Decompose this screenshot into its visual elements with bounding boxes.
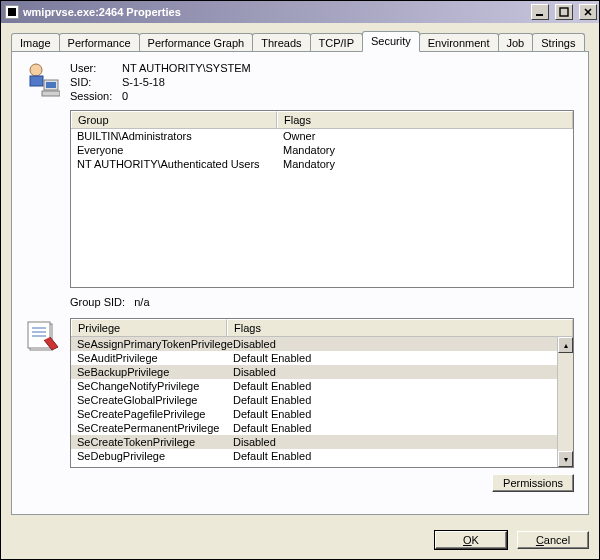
privilege-row[interactable]: SeDebugPrivilegeDefault Enabled xyxy=(71,449,573,463)
group-row[interactable]: EveryoneMandatory xyxy=(71,143,573,157)
tab-threads[interactable]: Threads xyxy=(252,33,310,51)
privilege-name: SeAuditPrivilege xyxy=(77,351,233,365)
priv-header-row: Privilege Flags xyxy=(71,319,573,337)
groups-header-row: Group Flags xyxy=(71,111,573,129)
privilege-name: SeChangeNotifyPrivilege xyxy=(77,379,233,393)
client-area: ImagePerformancePerformance GraphThreads… xyxy=(1,23,599,523)
privilege-row[interactable]: SeAuditPrivilegeDefault Enabled xyxy=(71,351,573,365)
user-label: User: xyxy=(70,62,122,74)
svg-rect-1 xyxy=(560,8,568,16)
tab-strings[interactable]: Strings xyxy=(532,33,584,51)
group-flags: Mandatory xyxy=(283,143,567,157)
privilege-flags: Default Enabled xyxy=(233,449,311,463)
sid-value: S-1-5-18 xyxy=(122,76,251,88)
titlebar[interactable]: wmiprvse.exe:2464 Properties xyxy=(1,1,599,23)
privilege-row[interactable]: SeCreatePermanentPrivilegeDefault Enable… xyxy=(71,421,573,435)
privilege-row[interactable]: SeAssignPrimaryTokenPrivilegeDisabled xyxy=(71,337,573,351)
privilege-flags: Disabled xyxy=(233,365,276,379)
privileges-section: Privilege Flags SeAssignPrimaryTokenPriv… xyxy=(26,318,574,468)
privilege-flags: Default Enabled xyxy=(233,407,311,421)
tab-job[interactable]: Job xyxy=(498,33,534,51)
dialog-buttons: OK Cancel xyxy=(1,523,599,559)
tab-image[interactable]: Image xyxy=(11,33,60,51)
app-icon xyxy=(5,5,19,19)
close-button[interactable] xyxy=(579,4,597,20)
user-value: NT AUTHORITY\SYSTEM xyxy=(122,62,251,74)
privilege-name: SeCreateGlobalPrivilege xyxy=(77,393,233,407)
privilege-name: SeDebugPrivilege xyxy=(77,449,233,463)
group-name: BUILTIN\Administrators xyxy=(77,129,283,143)
privilege-name: SeAssignPrimaryTokenPrivilege xyxy=(77,337,233,351)
priv-header-privilege[interactable]: Privilege xyxy=(71,319,227,336)
tab-strip: ImagePerformancePerformance GraphThreads… xyxy=(11,29,589,51)
tab-performance[interactable]: Performance xyxy=(59,33,140,51)
privilege-row[interactable]: SeBackupPrivilegeDisabled xyxy=(71,365,573,379)
tab-environment[interactable]: Environment xyxy=(419,33,499,51)
groups-body: BUILTIN\AdministratorsOwnerEveryoneManda… xyxy=(71,129,573,171)
svg-rect-0 xyxy=(536,14,543,16)
privilege-name: SeBackupPrivilege xyxy=(77,365,233,379)
privilege-name: SeCreateTokenPrivilege xyxy=(77,435,233,449)
maximize-button[interactable] xyxy=(555,4,573,20)
svg-rect-6 xyxy=(42,91,60,96)
group-name: NT AUTHORITY\Authenticated Users xyxy=(77,157,283,171)
privilege-flags: Default Enabled xyxy=(233,393,311,407)
group-row[interactable]: BUILTIN\AdministratorsOwner xyxy=(71,129,573,143)
minimize-button[interactable] xyxy=(531,4,549,20)
privilege-row[interactable]: SeCreateGlobalPrivilegeDefault Enabled xyxy=(71,393,573,407)
scroll-track[interactable] xyxy=(558,353,573,451)
privilege-flags: Disabled xyxy=(233,337,276,351)
tab-performance-graph[interactable]: Performance Graph xyxy=(139,33,254,51)
privilege-flags: Disabled xyxy=(233,435,276,449)
priv-header-flags[interactable]: Flags xyxy=(227,319,573,336)
scroll-up-arrow[interactable]: ▴ xyxy=(558,337,573,353)
priv-scrollbar[interactable]: ▴ ▾ xyxy=(557,337,573,467)
privileges-icon xyxy=(26,320,60,356)
svg-point-2 xyxy=(30,64,42,76)
properties-window: wmiprvse.exe:2464 Properties ImagePerfor… xyxy=(0,0,600,560)
privilege-row[interactable]: SeCreateTokenPrivilegeDisabled xyxy=(71,435,573,449)
ok-button[interactable]: OK xyxy=(435,531,507,549)
groups-header-group[interactable]: Group xyxy=(71,111,277,128)
privilege-name: SeCreatePermanentPrivilege xyxy=(77,421,233,435)
privilege-flags: Default Enabled xyxy=(233,421,311,435)
privilege-flags: Default Enabled xyxy=(233,351,311,365)
sid-label: SID: xyxy=(70,76,122,88)
privilege-name: SeCreatePagefilePrivilege xyxy=(77,407,233,421)
group-flags: Owner xyxy=(283,129,567,143)
privilege-flags: Default Enabled xyxy=(233,379,311,393)
permissions-button[interactable]: Permissions xyxy=(492,474,574,492)
tab-panel-security: User: NT AUTHORITY\SYSTEM SID: S-1-5-18 … xyxy=(11,51,589,515)
groups-header-flags[interactable]: Flags xyxy=(277,111,573,128)
tab-security[interactable]: Security xyxy=(362,31,420,52)
cancel-button[interactable]: Cancel xyxy=(517,531,589,549)
group-row[interactable]: NT AUTHORITY\Authenticated UsersMandator… xyxy=(71,157,573,171)
group-sid-label: Group SID: xyxy=(70,296,125,308)
group-flags: Mandatory xyxy=(283,157,567,171)
privileges-table[interactable]: Privilege Flags SeAssignPrimaryTokenPriv… xyxy=(70,318,574,468)
group-sid-value: n/a xyxy=(134,296,149,308)
permissions-row: Permissions xyxy=(26,474,574,492)
user-block: User: NT AUTHORITY\SYSTEM SID: S-1-5-18 … xyxy=(26,62,574,102)
groups-table[interactable]: Group Flags BUILTIN\AdministratorsOwnerE… xyxy=(70,110,574,288)
session-value: 0 xyxy=(122,90,251,102)
identity-grid: User: NT AUTHORITY\SYSTEM SID: S-1-5-18 … xyxy=(70,62,251,102)
svg-rect-3 xyxy=(30,76,43,86)
svg-rect-5 xyxy=(46,82,56,88)
group-sid-row: Group SID: n/a xyxy=(70,296,574,308)
computer-icon xyxy=(26,62,60,98)
group-name: Everyone xyxy=(77,143,283,157)
window-title: wmiprvse.exe:2464 Properties xyxy=(23,6,525,18)
priv-body: SeAssignPrimaryTokenPrivilegeDisabledSeA… xyxy=(71,337,573,467)
session-label: Session: xyxy=(70,90,122,102)
privilege-row[interactable]: SeChangeNotifyPrivilegeDefault Enabled xyxy=(71,379,573,393)
privilege-row[interactable]: SeCreatePagefilePrivilegeDefault Enabled xyxy=(71,407,573,421)
tab-tcp/ip[interactable]: TCP/IP xyxy=(310,33,363,51)
scroll-down-arrow[interactable]: ▾ xyxy=(558,451,573,467)
